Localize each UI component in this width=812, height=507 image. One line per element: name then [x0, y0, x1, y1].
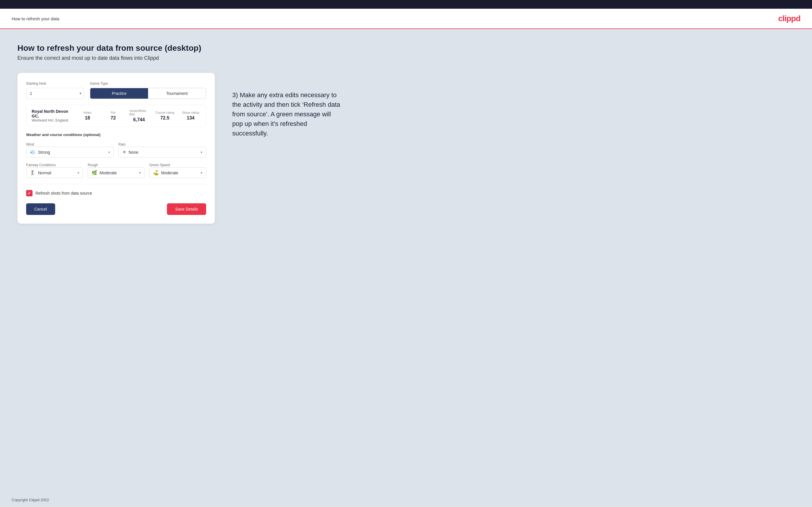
- slope-rating-stat: Slope rating 134: [181, 111, 201, 121]
- wind-group: Wind 💨 Strong ▾: [26, 142, 114, 158]
- rough-label: Rough: [88, 163, 98, 167]
- starting-hole-game-type-row: Starting Hole 1 ▾ Game Type Practice Tou…: [26, 81, 206, 99]
- slope-rating-value: 134: [187, 115, 195, 121]
- save-details-button[interactable]: Save Details: [167, 203, 206, 215]
- par-stat: Par 72: [103, 111, 123, 121]
- holes-stat: Holes 18: [78, 111, 98, 121]
- divider: [26, 184, 206, 184]
- course-name: Royal North Devon GC,: [32, 109, 72, 118]
- rough-select[interactable]: 🌿 Moderate ▾: [88, 167, 145, 178]
- main-content: How to refresh your data from source (de…: [0, 29, 812, 493]
- refresh-checkbox-row: ✓ Refresh shots from data source: [26, 190, 206, 196]
- game-type-label: Game Type: [90, 81, 206, 86]
- game-type-group: Game Type Practice Tournament: [90, 81, 206, 99]
- starting-hole-select[interactable]: 1: [26, 88, 84, 99]
- course-info-box: Royal North Devon GC, Westward Ho!, Engl…: [26, 105, 206, 127]
- wind-value: Strong: [38, 150, 106, 155]
- starting-hole-wrapper: 1 ▾: [26, 88, 84, 99]
- rain-group: Rain ☀ None ▾: [118, 142, 206, 158]
- content-row: Starting Hole 1 ▾ Game Type Practice Tou…: [17, 73, 795, 224]
- course-rating-value: 72.5: [160, 115, 169, 121]
- par-label: Par: [111, 111, 115, 114]
- tournament-button[interactable]: Tournament: [148, 88, 206, 99]
- header: How to refresh your data clippd: [0, 9, 812, 29]
- wind-rain-row: Wind 💨 Strong ▾ Rain ☀ None ▾: [26, 142, 206, 158]
- cancel-button[interactable]: Cancel: [26, 203, 55, 215]
- wind-chevron-icon: ▾: [108, 150, 110, 154]
- rain-chevron-icon: ▾: [201, 150, 202, 154]
- green-speed-chevron-icon: ▾: [201, 171, 202, 175]
- page-subheading: Ensure the correct and most up to date d…: [17, 55, 795, 61]
- fairway-icon: 🏌: [30, 170, 36, 175]
- green-speed-value: Moderate: [161, 171, 198, 175]
- course-location: Westward Ho!, England: [32, 118, 72, 122]
- form-card: Starting Hole 1 ▾ Game Type Practice Tou…: [17, 73, 215, 224]
- holes-value: 18: [85, 115, 90, 121]
- wind-select[interactable]: 💨 Strong ▾: [26, 147, 114, 158]
- logo: clippd: [778, 14, 800, 23]
- rough-group: Rough 🌿 Moderate ▾: [88, 162, 145, 178]
- fairway-label: Fairway Conditions: [26, 163, 56, 167]
- rain-select[interactable]: ☀ None ▾: [118, 147, 206, 158]
- top-bar: [0, 0, 812, 9]
- page-heading: How to refresh your data from source (de…: [17, 44, 795, 53]
- fairway-select[interactable]: 🏌 Normal ▾: [26, 167, 83, 178]
- green-speed-select[interactable]: ⛳ Moderate ▾: [149, 167, 206, 178]
- wind-label: Wind: [26, 143, 34, 147]
- yards-value: 6,744: [133, 117, 145, 122]
- rough-value: Moderate: [100, 171, 137, 175]
- green-speed-group: Green Speed ⛳ Moderate ▾: [149, 162, 206, 178]
- slope-rating-label: Slope rating: [182, 111, 199, 114]
- starting-hole-label: Starting Hole: [26, 81, 84, 86]
- checkmark-icon: ✓: [28, 191, 31, 195]
- yards-stat: Yards/White (M)) 6,744: [129, 109, 149, 122]
- button-row: Cancel Save Details: [26, 203, 206, 215]
- instruction-box: 3) Make any extra edits necessary to the…: [232, 73, 343, 138]
- header-title: How to refresh your data: [12, 16, 59, 21]
- fairway-rough-green-row: Fairway Conditions 🏌 Normal ▾ Rough 🌿 Mo…: [26, 162, 206, 178]
- fairway-chevron-icon: ▾: [78, 171, 79, 175]
- practice-button[interactable]: Practice: [90, 88, 148, 99]
- course-name-col: Royal North Devon GC, Westward Ho!, Engl…: [32, 109, 72, 122]
- course-rating-label: Course rating: [155, 111, 174, 114]
- rain-value: None: [129, 150, 198, 155]
- par-value: 72: [111, 115, 116, 121]
- green-speed-icon: ⛳: [153, 170, 159, 175]
- weather-section-label: Weather and course conditions (optional): [26, 132, 206, 137]
- rough-icon: 🌿: [92, 170, 97, 175]
- rough-chevron-icon: ▾: [139, 171, 141, 175]
- yards-label: Yards/White (M)): [129, 109, 149, 116]
- game-type-toggle: Practice Tournament: [90, 88, 206, 99]
- course-rating-stat: Course rating 72.5: [155, 111, 175, 121]
- rain-label: Rain: [118, 143, 126, 147]
- starting-hole-group: Starting Hole 1 ▾: [26, 81, 84, 99]
- holes-label: Holes: [83, 111, 92, 114]
- refresh-checkbox-label: Refresh shots from data source: [36, 191, 92, 195]
- footer-text: Copyright Clippd 2022: [12, 498, 49, 502]
- instruction-text: 3) Make any extra edits necessary to the…: [232, 90, 343, 138]
- refresh-checkbox[interactable]: ✓: [26, 190, 33, 196]
- fairway-value: Normal: [38, 171, 75, 175]
- green-speed-label: Green Speed: [149, 163, 170, 167]
- wind-icon: 💨: [30, 149, 36, 155]
- rain-icon: ☀: [122, 149, 126, 155]
- footer: Copyright Clippd 2022: [0, 493, 812, 507]
- fairway-group: Fairway Conditions 🏌 Normal ▾: [26, 162, 83, 178]
